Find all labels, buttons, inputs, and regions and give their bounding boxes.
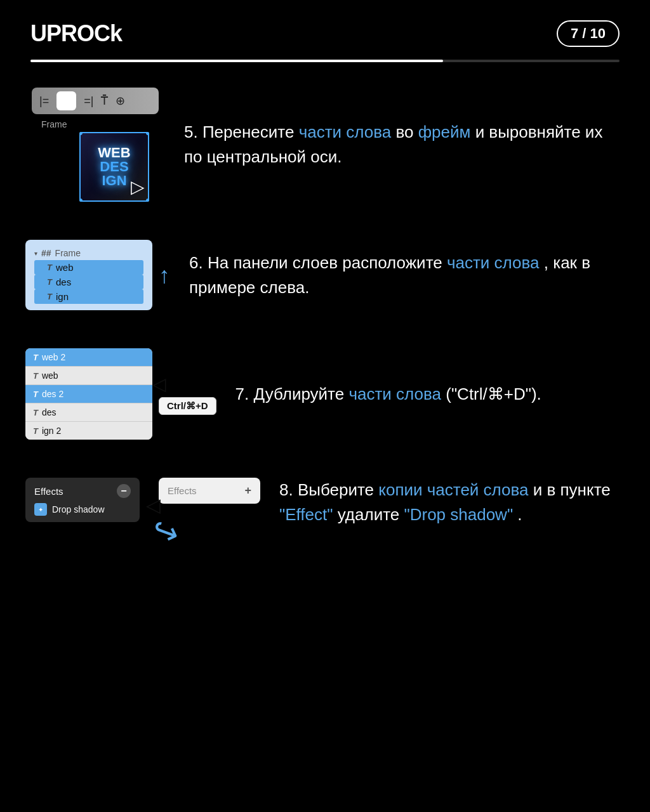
step-8-text: 8. Выберите копии частей слова и в пункт… — [279, 478, 625, 527]
step-5-num: 5. — [184, 122, 198, 141]
step-8-t1: Выберите — [298, 480, 378, 499]
shortcut-badge: Ctrl/⌘+D — [159, 397, 216, 415]
move-tool-box: ✛ — [56, 91, 76, 110]
hash-icon: # — [41, 248, 51, 258]
frame-box: WEB DES IGN ▷ — [79, 132, 149, 202]
frame-top-label: Frame — [41, 119, 149, 129]
step-5-row: |= ✛ =| T̄ ⊕ Frame WEB DES — [25, 88, 625, 202]
effects-minus-button[interactable]: − — [117, 484, 131, 498]
step-7-text: 7. Дублируйте части слова ("Ctrl/⌘+D"). — [235, 382, 625, 407]
step-7-t3: ("Ctrl/⌘+D"). — [446, 384, 541, 403]
layer-des-row-7: T des — [25, 403, 152, 422]
corner-br — [146, 199, 149, 202]
layer-des7-label: des — [42, 407, 56, 417]
layer-web-label: web — [56, 262, 74, 273]
toolbar-strip: |= ✛ =| T̄ ⊕ — [32, 88, 159, 114]
text-icon-ign — [47, 292, 52, 301]
progress-bar-bg — [30, 60, 620, 62]
layer-des-label: des — [56, 277, 71, 287]
layer-ign-row: ign — [34, 289, 143, 304]
align-left-icon: |= — [39, 95, 49, 108]
move-icon: ✛ — [62, 94, 71, 108]
step-8-num: 8. — [279, 480, 293, 499]
step-6-t2: части слова — [447, 253, 540, 272]
layer-des2-label: des 2 — [42, 389, 63, 399]
arrow-expand-icon: ▾ — [34, 250, 37, 257]
effects-label-dark: Effects — [34, 486, 63, 497]
step-7-row: T web 2 T web T des 2 T des T ign 2 — [25, 348, 625, 440]
step8-right: Effects + ▷ ↩ — [146, 478, 260, 550]
layer-web2-label: web 2 — [42, 352, 65, 362]
layer-ign2-label: ign 2 — [42, 426, 61, 436]
effects-plus-button[interactable]: + — [244, 484, 251, 497]
corner-tl — [79, 132, 83, 135]
progress-bar-fill — [30, 60, 443, 62]
drop-shadow-label: Drop shadow — [52, 504, 105, 514]
step-8-row: Effects − ✦ Drop shadow Effects + ▷ — [25, 478, 625, 550]
step-8-t2: копии частей слова — [378, 480, 528, 499]
step-6-t1: На панели слоев расположите — [208, 253, 447, 272]
layer-web-row-7: T web — [25, 367, 152, 385]
step8-panels: Effects − ✦ Drop shadow Effects + ▷ — [25, 478, 260, 550]
drop-shadow-icon: ✦ — [34, 503, 47, 516]
step-6-text: 6. На панели слоев расположите части сло… — [189, 251, 625, 300]
text-icon-web7: T — [33, 371, 38, 381]
text-icon-web2: T — [33, 353, 38, 362]
step-5-text: 5. Перенесите части слова во фрейм и выр… — [184, 120, 625, 169]
header: UPROCk 7 / 10 — [0, 0, 650, 60]
step-5-t2: части слова — [299, 122, 392, 141]
step-8-t6: "Drop shadow" — [404, 505, 513, 524]
step-6-illustration: ▾ # Frame web des ign ↑ — [25, 240, 170, 310]
step-7-illustration: T web 2 T web T des 2 T des T ign 2 — [25, 348, 216, 440]
layers-panel-6: ▾ # Frame web des ign — [25, 240, 152, 310]
layer-web7-label: web — [42, 370, 58, 381]
corner-tr — [146, 132, 149, 135]
step-5-illustration: |= ✛ =| T̄ ⊕ Frame WEB DES — [25, 88, 165, 202]
frame-wrapper: Frame WEB DES IGN ▷ — [41, 119, 149, 202]
step-7-t1: Дублируйте — [254, 384, 349, 403]
cursor-arrow-7: ◁ — [152, 374, 166, 395]
step-8-t7: . — [517, 505, 522, 524]
text-icon-des7: T — [33, 408, 38, 417]
step-8-t3: и в пункте — [533, 480, 611, 499]
step-6-num: 6. — [189, 253, 203, 272]
effects-panel-dark: Effects − ✦ Drop shadow — [25, 478, 140, 522]
layer-frame-label: Frame — [55, 248, 81, 258]
layer-ign-label: ign — [56, 291, 69, 302]
frame-content: WEB DES IGN — [98, 146, 130, 188]
frame-line2: DES — [98, 160, 130, 174]
step-5-t1: Перенесите — [202, 122, 299, 141]
page-counter: 7 / 10 — [557, 20, 620, 47]
step-5-t4: фрейм — [418, 122, 471, 141]
effects-label-light: Effects — [168, 485, 197, 496]
align-right-icon: =| — [84, 95, 93, 108]
text-icon-web — [47, 263, 52, 272]
distribute-icon: ⊕ — [116, 94, 125, 108]
text-icon-des — [47, 277, 52, 287]
layer-frame-row: ▾ # Frame — [34, 246, 143, 260]
step-8-t4: "Effect" — [279, 505, 333, 524]
layers-panel-7: T web 2 T web T des 2 T des T ign 2 — [25, 348, 152, 440]
drop-shadow-row: ✦ Drop shadow — [34, 503, 131, 516]
text-icon-des2: T — [33, 390, 38, 399]
step-5-t3: во — [395, 122, 418, 141]
layer-web2-row: T web 2 — [25, 348, 152, 367]
content: |= ✛ =| T̄ ⊕ Frame WEB DES — [0, 88, 650, 550]
step-8-t5: удалите — [338, 505, 404, 524]
arrow-up-icon: ↑ — [159, 262, 170, 289]
layer-des2-row: T des 2 — [25, 385, 152, 403]
progress-bar-container — [0, 60, 650, 62]
layer-web-row: web — [34, 260, 143, 275]
corner-bl — [79, 199, 83, 202]
cursor-arrow: ▷ — [131, 176, 145, 197]
layer-des-row: des — [34, 275, 143, 289]
text-icon-ign2: T — [33, 426, 38, 436]
step-8-illustration: Effects − ✦ Drop shadow Effects + ▷ — [25, 478, 260, 550]
effects-panel-light: Effects + — [159, 478, 260, 504]
step-7-num: 7. — [235, 384, 249, 403]
step7-right-panel: ◁ Ctrl/⌘+D — [159, 374, 216, 415]
center-icon: T̄ — [101, 94, 108, 108]
effects-row-dark: Effects − — [34, 484, 131, 498]
frame-line1: WEB — [98, 146, 130, 160]
logo: UPROCk — [30, 20, 122, 47]
